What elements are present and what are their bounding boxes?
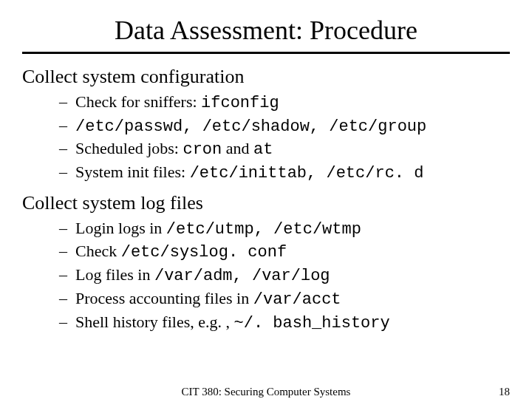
item-content: Log files in /var/adm, /var/log: [75, 264, 510, 287]
item-text: Check: [75, 242, 121, 260]
title-rule: [22, 52, 510, 54]
item-code: /etc/utmp, /etc/wtmp: [166, 220, 361, 239]
bullet-list-2: – Login logs in /etc/utmp, /etc/wtmp – C…: [59, 217, 510, 334]
item-code: /var/adm, /var/log: [154, 267, 330, 285]
bullet-list-1: – Check for sniffers: ifconfig – /etc/pa…: [59, 91, 510, 185]
item-text: Login logs in: [75, 219, 166, 237]
item-content: Check /etc/syslog. conf: [75, 240, 510, 264]
footer-course: CIT 380: Securing Computer Systems: [0, 386, 532, 398]
list-item: – Shell history files, e.g. , ~/. bash_h…: [59, 311, 510, 335]
list-item: – Check for sniffers: ifconfig: [59, 91, 510, 115]
list-item: – Scheduled jobs: cron and at: [59, 137, 510, 161]
item-text: Scheduled jobs:: [75, 139, 183, 157]
list-item: – Check /etc/syslog. conf: [59, 240, 510, 264]
item-code: at: [253, 140, 273, 159]
bullet-dash: –: [59, 311, 75, 335]
section-heading-1: Collect system configuration: [22, 66, 510, 88]
item-code: /var/acct: [253, 290, 341, 309]
item-content: Login logs in /etc/utmp, /etc/wtmp: [75, 217, 510, 241]
item-code: /etc/passwd, /etc/shadow, /etc/group: [75, 117, 426, 136]
item-content: System init files: /etc/inittab, /etc/rc…: [75, 161, 510, 185]
bullet-dash: –: [59, 264, 75, 287]
item-content: Process accounting files in /var/acct: [75, 287, 510, 311]
item-text: Shell history files, e.g. ,: [75, 313, 233, 331]
item-code: cron: [183, 140, 222, 159]
item-text: Log files in: [75, 265, 154, 284]
bullet-dash: –: [59, 91, 75, 115]
item-text: Check for sniffers:: [75, 92, 201, 111]
item-content: Scheduled jobs: cron and at: [75, 137, 510, 161]
footer-page-number: 18: [499, 386, 510, 398]
bullet-dash: –: [59, 240, 75, 264]
item-code: /etc/inittab, /etc/rc. d: [190, 164, 424, 183]
bullet-dash: –: [59, 137, 75, 161]
list-item: – System init files: /etc/inittab, /etc/…: [59, 161, 510, 185]
item-code: ~/. bash_history: [233, 314, 389, 332]
item-text: System init files:: [75, 163, 190, 181]
item-content: Shell history files, e.g. , ~/. bash_his…: [75, 311, 510, 335]
list-item: – Log files in /var/adm, /var/log: [59, 264, 510, 287]
item-text: and: [222, 139, 253, 157]
list-item: – /etc/passwd, /etc/shadow, /etc/group: [59, 115, 510, 138]
item-text: Process accounting files in: [75, 289, 253, 307]
item-content: Check for sniffers: ifconfig: [75, 91, 510, 115]
slide: Data Assessment: Procedure Collect syste…: [0, 0, 532, 399]
bullet-dash: –: [59, 287, 75, 311]
list-item: – Login logs in /etc/utmp, /etc/wtmp: [59, 217, 510, 241]
list-item: – Process accounting files in /var/acct: [59, 287, 510, 311]
item-code: /etc/syslog. conf: [121, 243, 287, 262]
item-code: ifconfig: [201, 94, 279, 112]
slide-title: Data Assessment: Procedure: [22, 15, 510, 46]
bullet-dash: –: [59, 115, 75, 138]
bullet-dash: –: [59, 217, 75, 241]
bullet-dash: –: [59, 161, 75, 185]
item-content: /etc/passwd, /etc/shadow, /etc/group: [75, 115, 510, 138]
section-heading-2: Collect system log files: [22, 192, 510, 214]
